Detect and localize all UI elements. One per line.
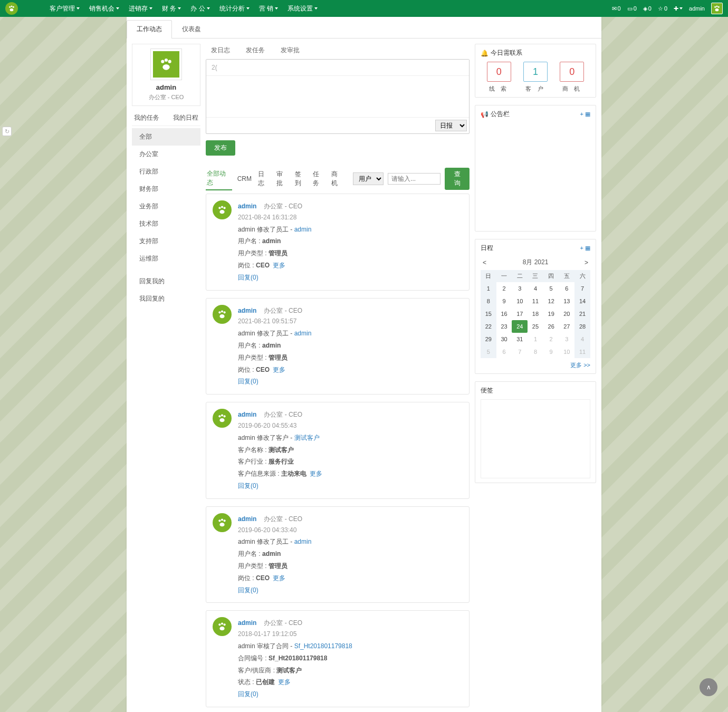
calendar-day[interactable]: 24 [512, 320, 528, 333]
composer-body-input[interactable] [206, 76, 469, 116]
tab-post-approval[interactable]: 发审批 [281, 46, 300, 55]
feed-author[interactable]: admin [238, 411, 256, 418]
filter-all[interactable]: 全部动态 [206, 167, 232, 190]
calendar-day[interactable]: 13 [559, 295, 575, 307]
calendar-day[interactable]: 1 [481, 282, 496, 295]
cal-prev[interactable]: < [483, 259, 486, 266]
chat-icon[interactable]: ▭ 0 [627, 5, 637, 12]
feed-more[interactable]: 更多 [310, 470, 322, 477]
composer-title-input[interactable] [206, 60, 469, 76]
calendar-day[interactable]: 15 [481, 307, 496, 320]
board-add[interactable]: + ▦ [580, 111, 590, 118]
diamond-icon[interactable]: ◈ 0 [643, 5, 652, 12]
cal-next[interactable]: > [585, 259, 588, 266]
calendar-day[interactable]: 20 [559, 307, 575, 320]
history-float-icon[interactable]: ↻ [2, 127, 12, 136]
calendar-day[interactable]: 2 [496, 282, 512, 295]
calendar-day[interactable]: 17 [512, 307, 528, 320]
feed-author[interactable]: admin [238, 619, 256, 627]
calendar-day[interactable]: 1 [528, 333, 543, 345]
nav-stats[interactable]: 统计分析 [219, 4, 250, 13]
calendar-day[interactable]: 7 [574, 282, 590, 295]
feed-target[interactable]: admin [294, 226, 312, 233]
filter-approve[interactable]: 审批 [275, 168, 290, 190]
feed-reply[interactable]: 回复(0) [238, 272, 463, 284]
feed-avatar[interactable] [213, 409, 232, 428]
nav-finance[interactable]: 财 务 [162, 4, 181, 13]
dept-all[interactable]: 全部 [132, 128, 200, 146]
mail-icon[interactable]: ✉ 0 [612, 5, 621, 12]
feed-target[interactable]: admin [294, 330, 312, 337]
user-avatar[interactable] [150, 49, 182, 80]
calendar-day[interactable]: 2 [543, 333, 559, 345]
calendar-day[interactable]: 21 [574, 307, 590, 320]
feed-author[interactable]: admin [238, 203, 256, 210]
calendar-day[interactable]: 3 [559, 333, 575, 345]
calendar-day[interactable]: 14 [574, 295, 590, 307]
calendar-add[interactable]: + ▦ [580, 245, 590, 252]
back-to-top[interactable]: ∧ [700, 678, 717, 696]
feed-avatar[interactable] [213, 617, 232, 636]
calendar-day[interactable]: 6 [496, 345, 512, 358]
feed-avatar[interactable] [213, 513, 232, 532]
calendar-day[interactable]: 28 [574, 320, 590, 333]
calendar-day[interactable]: 18 [528, 307, 543, 320]
filter-opp[interactable]: 商机 [330, 168, 344, 190]
counter-opps[interactable]: 0商 机 [560, 62, 584, 93]
calendar-day[interactable]: 16 [496, 307, 512, 320]
dept-support[interactable]: 支持部 [132, 233, 200, 250]
calendar-day[interactable]: 29 [481, 333, 496, 345]
feed-avatar[interactable] [213, 305, 232, 324]
feed-author[interactable]: admin [238, 307, 256, 314]
nav-market[interactable]: 营 销 [259, 4, 278, 13]
calendar-day[interactable]: 5 [543, 282, 559, 295]
filter-scope-select[interactable]: 用户 [353, 172, 384, 185]
nav-settings[interactable]: 系统设置 [288, 4, 318, 13]
feed-more[interactable]: 更多 [273, 366, 285, 373]
calendar-day[interactable]: 27 [559, 320, 575, 333]
calendar-day[interactable]: 11 [574, 345, 590, 358]
feed-author[interactable]: admin [238, 515, 256, 523]
calendar-day[interactable]: 22 [481, 320, 496, 333]
calendar-day[interactable]: 31 [512, 333, 528, 345]
feed-more[interactable]: 更多 [273, 574, 285, 582]
filter-search-button[interactable]: 查询 [445, 168, 470, 190]
user-menu[interactable]: admin [689, 5, 705, 12]
filter-log[interactable]: 日志 [257, 168, 271, 190]
calendar-day[interactable]: 4 [528, 282, 543, 295]
calendar-day[interactable]: 6 [559, 282, 575, 295]
calendar-day[interactable]: 4 [574, 333, 590, 345]
calendar-day[interactable]: 26 [543, 320, 559, 333]
calendar-day[interactable]: 23 [496, 320, 512, 333]
my-replies[interactable]: 我回复的 [132, 290, 200, 307]
feed-more[interactable]: 更多 [273, 262, 285, 269]
feed-target[interactable]: admin [294, 538, 312, 545]
tab-workfeed[interactable]: 工作动态 [127, 20, 172, 39]
tab-post-task[interactable]: 发任务 [246, 46, 265, 55]
calendar-day[interactable]: 7 [512, 345, 528, 358]
feed-avatar[interactable] [213, 200, 232, 219]
counter-customers[interactable]: 1客 户 [523, 62, 548, 93]
dept-biz[interactable]: 业务部 [132, 198, 200, 215]
publish-button[interactable]: 发布 [206, 140, 235, 156]
my-tasks[interactable]: 我的任务 [134, 113, 159, 122]
feed-target[interactable]: Sf_Ht201801179818 [294, 642, 352, 650]
nav-office[interactable]: 办 公 [190, 4, 209, 13]
star-icon[interactable]: ☆ 0 [658, 5, 667, 12]
calendar-day[interactable]: 10 [512, 295, 528, 307]
reply-to-me[interactable]: 回复我的 [132, 273, 200, 290]
calendar-day[interactable]: 12 [543, 295, 559, 307]
calendar-day[interactable]: 3 [512, 282, 528, 295]
nav-stock[interactable]: 进销存 [129, 4, 152, 13]
calendar-day[interactable]: 8 [528, 345, 543, 358]
calendar-day[interactable]: 19 [543, 307, 559, 320]
calendar-more[interactable]: 更多 >> [481, 361, 590, 369]
feed-reply[interactable]: 回复(0) [238, 584, 463, 596]
app-logo[interactable] [5, 2, 18, 15]
filter-task[interactable]: 任务 [312, 168, 326, 190]
calendar-day[interactable]: 10 [559, 345, 575, 358]
composer-type-select[interactable]: 日报 [435, 120, 467, 131]
nav-customers[interactable]: 客户管理 [50, 4, 80, 13]
dept-office[interactable]: 办公室 [132, 146, 200, 163]
calendar-day[interactable]: 9 [543, 345, 559, 358]
